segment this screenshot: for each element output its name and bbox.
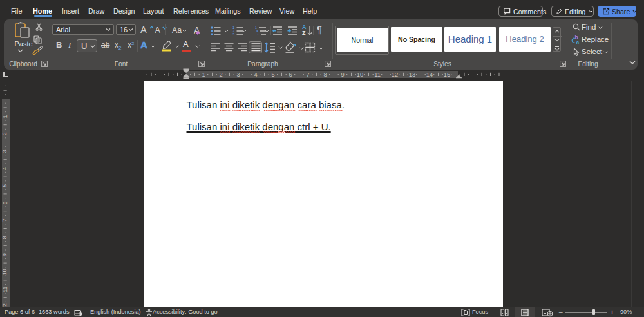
svg-text:2: 2 (219, 72, 222, 78)
svg-text:3: 3 (236, 72, 240, 78)
svg-text:13: 13 (409, 72, 415, 78)
svg-text:3: 3 (2, 149, 8, 153)
svg-text:1: 1 (202, 72, 205, 78)
svg-text:5: 5 (1, 184, 8, 187)
svg-text:i: i (258, 32, 258, 35)
svg-text:14: 14 (426, 72, 433, 78)
svg-text:9: 9 (341, 72, 344, 78)
svg-text:6: 6 (289, 72, 292, 78)
svg-text:7: 7 (306, 72, 309, 78)
svg-text:8: 8 (2, 236, 8, 239)
svg-text:9: 9 (1, 253, 8, 256)
svg-text:c: c (576, 39, 580, 45)
svg-text:5: 5 (271, 72, 274, 78)
svg-text:4: 4 (1, 167, 8, 170)
svg-text:12: 12 (392, 72, 398, 78)
svg-text:2: 2 (2, 132, 8, 135)
svg-text:10: 10 (357, 72, 363, 78)
svg-text:7: 7 (2, 218, 8, 222)
svg-text:8: 8 (323, 72, 327, 78)
svg-text:6: 6 (1, 202, 8, 205)
svg-text:11: 11 (1, 286, 8, 292)
svg-text:15: 15 (444, 72, 450, 78)
svg-text:10: 10 (2, 269, 8, 275)
svg-text:3: 3 (232, 32, 234, 35)
svg-text:4: 4 (254, 72, 257, 78)
svg-text:11: 11 (374, 72, 381, 78)
svg-text:1: 1 (2, 115, 8, 119)
